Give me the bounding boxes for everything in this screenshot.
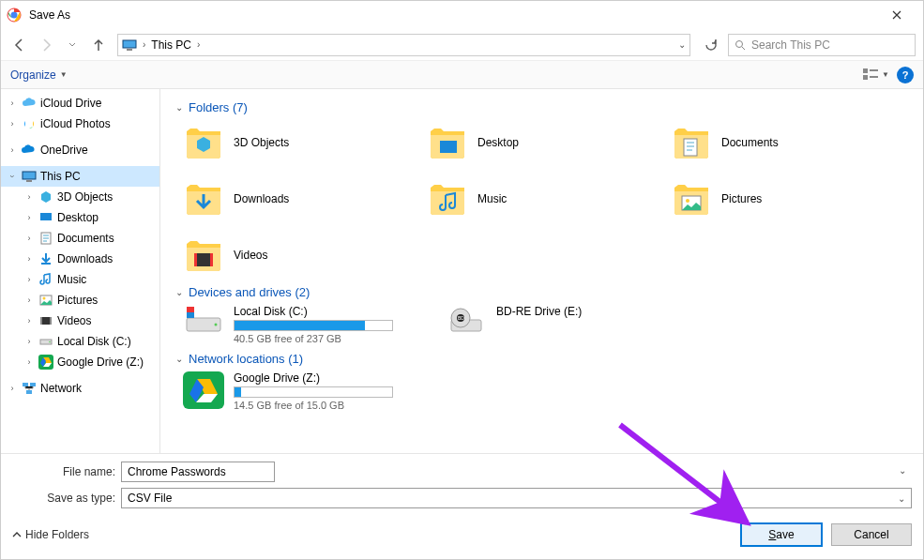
group-header-network[interactable]: ⌄Network locations (1) [175,352,908,366]
titlebar: Save As [1,1,923,29]
network-item-google-drive[interactable]: Google Drive (Z:) 14.5 GB free of 15.0 G… [183,371,417,411]
svg-point-15 [43,297,46,300]
chevron-down-icon[interactable]: ⌄ [899,465,906,476]
nav-tree[interactable]: ›iCloud Drive ›iCloud Photos ›OneDrive ›… [1,89,160,453]
cancel-button[interactable]: Cancel [831,523,912,546]
bottom-panel: File name: ⌄ Save as type: CSV File ⌄ [1,453,923,508]
breadcrumb-location: This PC [151,38,191,52]
folder-item-3d-objects[interactable]: 3D Objects [183,120,417,165]
drive-item-bd-drive[interactable]: BD BD-RE Drive (E:) [446,305,680,344]
svg-point-1 [11,12,18,19]
tree-item-music[interactable]: ›Music [1,269,159,290]
svg-rect-25 [440,141,457,153]
svg-rect-10 [23,172,36,179]
svg-rect-34 [187,312,194,318]
chevron-right-icon: › [197,39,200,50]
tree-item-network[interactable]: ›Network [1,378,159,399]
back-button[interactable] [8,34,31,56]
svg-rect-3 [127,49,132,51]
body: ›iCloud Drive ›iCloud Photos ›OneDrive ›… [1,89,923,453]
help-button[interactable]: ? [897,67,914,83]
svg-point-4 [736,40,743,47]
svg-rect-22 [23,383,28,386]
svg-rect-12 [40,213,52,220]
close-button[interactable] [875,1,917,29]
action-row: Hide Folders Save Cancel [1,514,923,557]
organize-menu[interactable]: Organize ▼ [10,68,68,82]
chevron-down-icon[interactable]: ⌄ [678,39,686,50]
tree-item-pictures[interactable]: ›Pictures [1,290,159,310]
folder-item-music[interactable]: Music [427,176,661,221]
folder-item-downloads[interactable]: Downloads [183,176,417,221]
up-button[interactable] [87,34,110,56]
toolbar: Organize ▼ ▼ ? [1,61,923,89]
svg-point-28 [686,199,689,203]
svg-rect-11 [26,180,32,182]
svg-rect-23 [30,383,36,386]
folder-item-pictures[interactable]: Pictures [671,176,905,221]
savetype-label: Save as type: [12,492,115,505]
svg-rect-5 [863,68,868,73]
folder-item-videos[interactable]: Videos [183,233,417,278]
pc-icon [122,38,137,53]
drive-item-local-disk[interactable]: Local Disk (C:) 40.5 GB free of 237 GB [183,305,417,344]
group-header-drives[interactable]: ⌄Devices and drives (2) [175,285,908,299]
content-pane[interactable]: ⌄Folders (7) 3D Objects Desktop Document… [160,89,923,453]
tree-item-this-pc[interactable]: ›This PC [1,166,159,187]
hide-folders-button[interactable]: Hide Folders [12,528,89,541]
recent-dropdown[interactable] [61,34,83,56]
svg-rect-6 [863,75,868,80]
svg-rect-17 [40,317,42,325]
search-placeholder: Search This PC [751,38,830,52]
search-icon [735,39,746,51]
tree-item-google-drive[interactable]: ›Google Drive (Z:) [1,352,159,372]
refresh-button[interactable] [698,34,724,56]
tree-item-desktop[interactable]: ›Desktop [1,207,159,228]
filename-label: File name: [12,465,115,478]
disk-usage-bar [234,320,393,331]
save-button[interactable]: Save [741,523,822,546]
tree-item-icloud-drive[interactable]: ›iCloud Drive [1,93,159,114]
tree-item-documents[interactable]: ›Documents [1,228,159,249]
svg-rect-35 [187,307,194,312]
svg-rect-30 [194,253,197,266]
svg-rect-26 [684,139,697,156]
forward-button[interactable] [35,34,57,56]
svg-rect-31 [210,253,213,266]
tree-item-downloads[interactable]: ›Downloads [1,249,159,269]
folder-item-desktop[interactable]: Desktop [427,120,661,165]
chevron-right-icon: › [143,39,145,50]
tree-item-onedrive[interactable]: ›OneDrive [1,140,159,160]
svg-rect-7 [870,69,878,71]
window-title: Save As [29,8,70,22]
tree-item-3d-objects[interactable]: ›3D Objects [1,187,159,207]
svg-rect-24 [26,390,32,394]
folder-item-documents[interactable]: Documents [671,120,905,165]
svg-rect-2 [123,40,136,48]
nav-row: › This PC › ⌄ Search This PC [1,29,923,61]
chevron-down-icon: ⌄ [898,493,905,504]
tree-item-local-disk[interactable]: ›Local Disk (C:) [1,331,159,352]
chrome-icon [7,8,22,23]
tree-item-videos[interactable]: ›Videos [1,310,159,331]
svg-point-33 [215,324,218,326]
svg-rect-8 [870,76,878,78]
group-header-folders[interactable]: ⌄Folders (7) [175,100,908,114]
savetype-select[interactable]: CSV File ⌄ [121,488,912,508]
tree-item-icloud-photos[interactable]: ›iCloud Photos [1,114,159,134]
search-input[interactable]: Search This PC [728,34,916,56]
view-options-button[interactable]: ▼ [863,65,889,85]
address-bar[interactable]: › This PC › ⌄ [117,34,690,56]
filename-input[interactable] [121,462,275,482]
svg-point-20 [49,341,51,343]
disk-usage-bar [234,386,393,398]
svg-rect-18 [50,317,52,325]
svg-text:BD: BD [458,315,464,321]
